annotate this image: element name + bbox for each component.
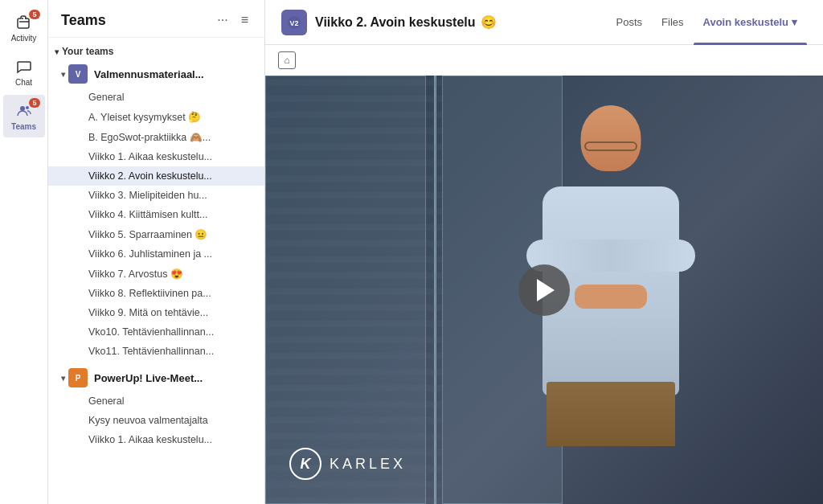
channel-viikko4[interactable]: Viikko 4. Kiittämisen kultt... xyxy=(48,205,264,224)
team-group-powerup: ▾ P PowerUp! Live-Meet... General Kysy n… xyxy=(48,364,264,449)
svg-point-1 xyxy=(26,106,29,109)
teams-panel-actions: ··· ≡ xyxy=(214,11,252,29)
home-icon[interactable]: ⌂ xyxy=(278,51,296,69)
play-triangle-icon xyxy=(537,279,555,301)
teams-panel-title: Teams xyxy=(61,12,106,29)
channel-general-2[interactable]: General xyxy=(48,391,264,411)
teams-badge: 5 xyxy=(29,98,39,108)
team-header-powerup[interactable]: ▾ P PowerUp! Live-Meet... xyxy=(48,364,264,391)
tab-files[interactable]: Files xyxy=(652,0,693,45)
team-name-1: Valmennusmateriaal... xyxy=(94,68,258,80)
svg-point-0 xyxy=(20,106,25,111)
team-chevron-2: ▾ xyxy=(61,374,65,383)
sidebar-item-activity[interactable]: 5 Activity xyxy=(3,6,45,49)
dropdown-chevron-icon: ▾ xyxy=(792,16,797,28)
channel-viikko3[interactable]: Viikko 3. Mielipiteiden hu... xyxy=(48,186,264,205)
sidebar-nav: 5 Activity Chat 5 Teams xyxy=(0,0,48,504)
channel-viikko9[interactable]: Viikko 9. Mitä on tehtävie... xyxy=(48,303,264,322)
teams-label: Teams xyxy=(11,122,36,131)
video-background: K KARLEX xyxy=(265,76,823,504)
video-container: K KARLEX xyxy=(265,76,823,504)
team-chevron-1: ▾ xyxy=(61,70,65,79)
channel-viikko1[interactable]: Viikko 1. Aikaa keskustelu... xyxy=(48,147,264,166)
filter-icon[interactable]: ≡ xyxy=(238,11,252,29)
channel-general-1[interactable]: General xyxy=(48,88,264,107)
your-teams-label: Your teams xyxy=(62,46,113,57)
channel-kysy[interactable]: Kysy neuvoa valmentajalta xyxy=(48,411,264,430)
channel-viikko5[interactable]: Viikko 5. Sparraaminen 😐 xyxy=(48,224,264,244)
teams-panel: Teams ··· ≡ ▾ Your teams ▾ V Valmennusma… xyxy=(48,0,265,504)
channel-title-emoji: 😊 xyxy=(481,14,497,30)
team-name-2: PowerUp! Live-Meet... xyxy=(94,372,258,384)
teams-list: ▾ Your teams ▾ V Valmennusmateriaal... G… xyxy=(48,38,264,504)
main-content: V2 Viikko 2. Avoin keskustelu 😊 Posts Fi… xyxy=(265,0,823,504)
channel-viikko7[interactable]: Viikko 7. Arvostus 😍 xyxy=(48,264,264,284)
channel-vko10[interactable]: Vko10. Tehtävienhallinnan... xyxy=(48,322,264,342)
team-avatar-2: P xyxy=(68,368,88,387)
activity-label: Activity xyxy=(11,34,37,43)
breadcrumb-bar: ⌂ xyxy=(265,45,823,76)
team-header-valmennusmateriaalit[interactable]: ▾ V Valmennusmateriaal... xyxy=(48,60,264,88)
sidebar-item-chat[interactable]: Chat xyxy=(3,51,45,93)
more-options-icon[interactable]: ··· xyxy=(214,11,231,29)
channel-nav: Posts Files Avoin keskustelu ▾ xyxy=(607,0,807,45)
channel-egoswot[interactable]: B. EgoSwot-praktiikka 🙈... xyxy=(48,127,264,147)
channel-powerup-viikko1[interactable]: Viikko 1. Aikaa keskustelu... xyxy=(48,430,264,449)
your-teams-chevron: ▾ xyxy=(55,47,59,56)
channel-title: Viikko 2. Avoin keskustelu xyxy=(315,15,476,30)
channel-viikko8[interactable]: Viikko 8. Reflektiivinen pa... xyxy=(48,284,264,303)
content-area: ⌂ xyxy=(265,45,823,504)
channel-vko11[interactable]: Vko11. Tehtävienhallinnan... xyxy=(48,342,264,361)
your-teams-header[interactable]: ▾ Your teams xyxy=(48,43,264,60)
chat-icon xyxy=(14,57,34,76)
channel-yleiset[interactable]: A. Yleiset kysymykset 🤔 xyxy=(48,107,264,127)
channel-viikko2[interactable]: Viikko 2. Avoin keskustelu... xyxy=(48,166,264,186)
sidebar-item-teams[interactable]: 5 Teams xyxy=(3,95,45,137)
karlex-brand-name: KARLEX xyxy=(330,456,406,473)
tab-posts[interactable]: Posts xyxy=(607,0,653,45)
channel-header: V2 Viikko 2. Avoin keskustelu 😊 Posts Fi… xyxy=(265,0,823,45)
activity-badge: 5 xyxy=(29,10,39,19)
karlex-logo: K KARLEX xyxy=(289,448,406,480)
chat-label: Chat xyxy=(15,78,32,87)
channel-viikko6[interactable]: Viikko 6. Juhlistaminen ja ... xyxy=(48,244,264,264)
play-button[interactable] xyxy=(518,264,570,316)
tab-avoin-keskustelu[interactable]: Avoin keskustelu ▾ xyxy=(694,0,807,45)
team-group-valmennusmateriaalit: ▾ V Valmennusmateriaal... General A. Yle… xyxy=(48,60,264,361)
teams-panel-header: Teams ··· ≡ xyxy=(48,0,264,38)
svg-text:V2: V2 xyxy=(289,19,298,27)
karlex-k-icon: K xyxy=(289,448,321,480)
team-avatar-1: V xyxy=(68,64,88,84)
channel-icon: V2 xyxy=(281,10,307,35)
